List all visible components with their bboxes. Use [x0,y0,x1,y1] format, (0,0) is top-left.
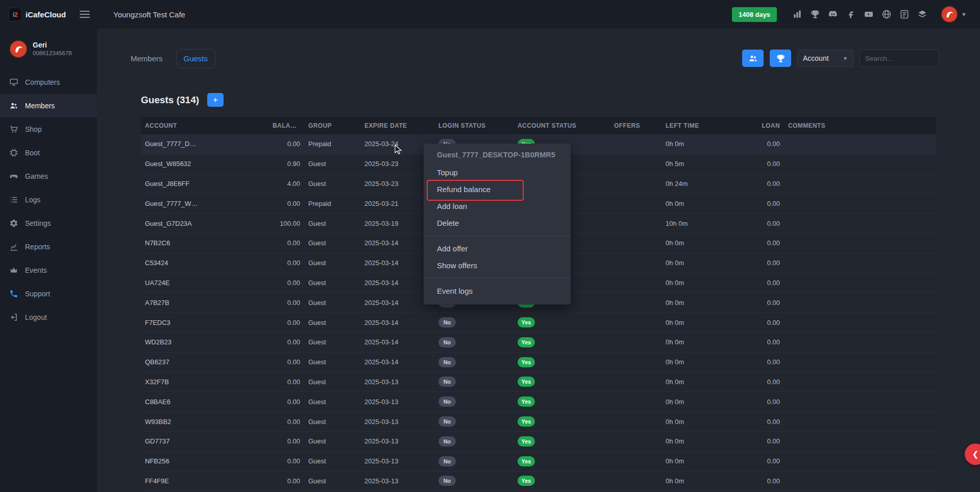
menu-toggle-icon[interactable] [80,11,90,18]
sidebar-user[interactable]: Geri 008612345678 [0,29,97,67]
column-header: COMMENTS [784,122,936,129]
cell-account-status: Yes [513,456,593,466]
menu-divider [424,236,571,236]
cell-group: Guest [304,220,360,227]
stats-icon[interactable] [792,9,802,19]
sidebar-item-label: Settings [25,219,51,227]
table-row[interactable]: NFB2560.00Guest2025-03-13NoYes0h 0m0.00 [141,452,936,472]
search-input[interactable] [860,50,939,67]
facebook-icon[interactable] [846,9,856,19]
table-row[interactable]: QB62370.00Guest2025-03-14NoYes0h 0m0.00 [141,353,936,372]
menu-item-add-loan[interactable]: Add loan [424,198,571,215]
cell-left-time: 0h 0m [662,457,746,465]
sidebar-item-label: Support [25,290,50,298]
cell-group: Guest [304,418,360,426]
cell-group: Guest [304,279,360,287]
cell-loan: 0.00 [746,319,784,326]
cell-balance: 0.00 [268,200,304,207]
app-logo[interactable]: i2 iCafeCloud [8,8,66,21]
sidebar-item-logout[interactable]: Logout [0,306,97,329]
table-row[interactable]: W93BB20.00Guest2025-03-13NoYes0h 0m0.00 [141,412,936,432]
table-header: ACCOUNTBALANCEGROUPEXPIRE DATELOGIN STAT… [141,117,936,134]
sidebar-item-events[interactable]: Events [0,259,97,282]
sidebar-item-reports[interactable]: Reports [0,235,97,259]
sidebar-item-games[interactable]: Games [0,165,97,188]
menu-item-show-offers[interactable]: Show offers [424,257,571,274]
trophy-icon[interactable] [810,9,820,19]
table-row[interactable]: C8BAE60.00Guest2025-03-13NoYes0h 0m0.00 [141,392,936,412]
sidebar-item-shop[interactable]: Shop [0,118,97,141]
cell-loan: 0.00 [746,338,784,346]
globe-icon[interactable] [881,9,892,19]
cell-left-time: 0h 0m [662,259,746,267]
menu-item-add-offer[interactable]: Add offer [424,240,571,257]
column-header: BALANCE [268,122,304,129]
cell-loan: 0.00 [746,437,784,445]
cell-group: Guest [304,378,360,386]
cell-account: Guest_W85632 [141,160,268,168]
avatar [941,6,958,23]
logout-icon [9,313,18,322]
table-row[interactable]: X32F7B0.00Guest2025-03-13NoYes0h 0m0.00 [141,372,936,392]
cell-left-time: 0h 0m [662,239,746,247]
news-icon[interactable] [899,9,910,19]
cell-login-status: No [434,396,513,407]
sidebar-item-support[interactable]: Support [0,282,97,306]
cell-account: WD2B23 [141,338,268,346]
account-select[interactable]: Account ▼ [797,50,853,67]
sidebar-item-boot[interactable]: Boot [0,141,97,165]
context-menu-title: Guest_7777_DESKTOP-1B0RMR5 [424,147,571,164]
cell-group: Guest [304,259,360,267]
cell-login-status: No [434,357,513,367]
cell-expire-date: 2025-03-13 [360,477,434,485]
top-members-button[interactable] [770,50,791,67]
menu-item-event-logs[interactable]: Event logs [424,283,571,299]
cell-left-time: 0h 0m [662,378,746,386]
sidebar-item-label: Games [25,172,48,180]
table-row[interactable]: WD2B230.00Guest2025-03-14NoYes0h 0m0.00 [141,333,936,353]
sidebar-item-label: Logout [25,313,47,321]
members-group-button[interactable] [742,50,764,67]
cell-login-status: No [434,377,513,387]
cell-account-status: Yes [513,337,593,347]
apps-icon[interactable] [917,9,927,19]
table-row[interactable]: F7EDC30.00Guest2025-03-14NoYes0h 0m0.00 [141,313,936,333]
user-menu[interactable]: ▼ [941,6,967,23]
sidebar-item-members[interactable]: Members [0,94,97,118]
column-header: ACCOUNT [141,122,268,129]
cell-loan: 0.00 [746,378,784,386]
discord-icon[interactable] [828,9,838,19]
add-guest-button[interactable]: + [207,93,224,107]
topbar: i2 iCafeCloud Youngzsoft Test Cafe 1408 … [0,0,980,29]
table-row[interactable]: FF4F9E0.00Guest2025-03-13NoYes0h 0m0.00 [141,472,936,491]
cell-balance: 0.90 [268,160,304,168]
account-status-badge: Yes [518,357,535,367]
cell-balance: 0.00 [268,279,304,287]
cell-account-status: Yes [513,416,593,427]
tab-members[interactable]: Members [124,50,170,67]
cell-account-status: Yes [513,436,593,447]
sidebar-item-settings[interactable]: Settings [0,212,97,235]
menu-item-delete[interactable]: Delete [424,215,571,231]
login-status-badge: No [438,337,456,347]
menu-item-topup[interactable]: Topup [424,164,571,181]
cell-left-time: 0h 0m [662,398,746,406]
column-header: LOAN [746,122,784,129]
youtube-icon[interactable] [864,9,874,19]
sidebar-item-computers[interactable]: Computers [0,71,97,94]
cell-group: Guest [304,319,360,326]
subscription-days-badge[interactable]: 1408 days [732,7,777,22]
sidebar-item-label: Computers [25,78,60,86]
context-menu-items: TopupRefund balanceAdd loanDeleteAdd off… [424,164,571,299]
tab-guests[interactable]: Guests [176,49,216,68]
user-avatar [9,40,28,58]
list-icon [9,195,18,204]
table-row[interactable]: GD77370.00Guest2025-03-13NoYes0h 0m0.00 [141,432,936,452]
cell-group: Guest [304,299,360,307]
cell-account: Guest_7777_W… [141,200,268,207]
column-header: GROUP [304,122,360,129]
sidebar-item-logs[interactable]: Logs [0,188,97,212]
menu-item-refund-balance[interactable]: Refund balance [424,181,571,198]
cell-login-status: No [434,416,513,427]
login-status-badge: No [438,456,456,466]
